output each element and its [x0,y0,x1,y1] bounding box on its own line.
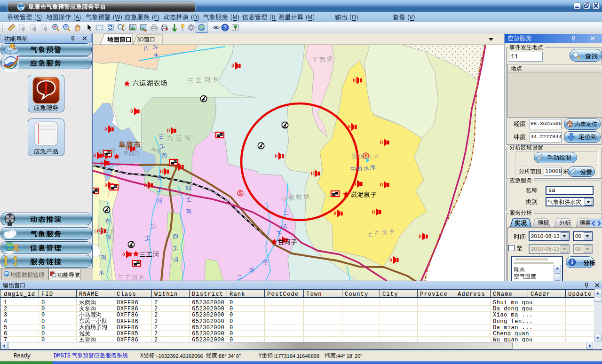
svg-text:?: ? [223,24,227,31]
